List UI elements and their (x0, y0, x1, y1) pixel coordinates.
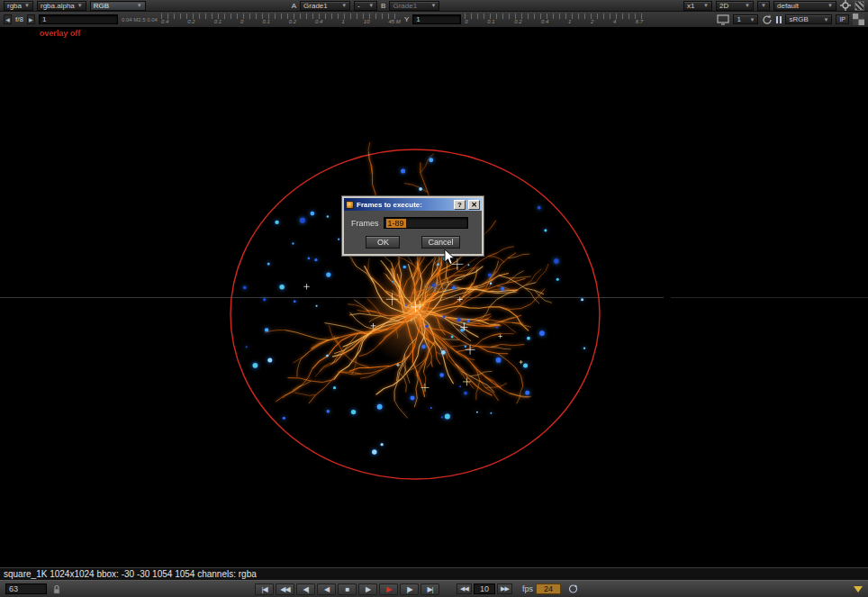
frames-to-execute-dialog: Frames to execute: ? ✕ Frames 1-89 OK Ca… (342, 196, 484, 256)
gamma-slider-labels: 0 0.1 0.2 0.4 1 2 4 6.7 (465, 19, 643, 25)
image-info-text: square_1K 1024x1024 bbox: -30 -30 1054 1… (4, 569, 257, 579)
display-mode-select[interactable]: RGB ▼ (90, 1, 146, 11)
gamma-label: Y (404, 15, 409, 23)
dialog-title: Frames to execute: (357, 201, 451, 209)
current-frame-input[interactable] (5, 583, 47, 594)
a-buffer-label: A (292, 2, 296, 10)
dimension-value: 2D (719, 2, 728, 10)
layout-value: default (777, 2, 799, 10)
display-select-value: RGB (94, 2, 109, 10)
gain-slider[interactable]: 0.4 0.2 0.1 0 0.1 0.2 0.4 1 10 45 M (161, 14, 401, 26)
frames-range-value: 1-89 (386, 219, 406, 228)
channel-select-value: rgba (7, 2, 22, 10)
dialog-body: Frames 1-89 OK Cancel (344, 211, 482, 254)
mouse-cursor (444, 249, 456, 266)
decrement-frames-button[interactable]: ◀◀ (457, 583, 472, 594)
status-bar: square_1K 1024x1024 bbox: -30 -30 1054 1… (0, 567, 868, 580)
increment-controls: ◀◀ ▶▶ (457, 583, 512, 594)
frame-increment-input[interactable] (474, 583, 495, 594)
tick-label: 0.2 (514, 19, 521, 25)
dialog-help-button[interactable]: ? (454, 200, 466, 210)
goto-last-frame-button[interactable]: ▶| (420, 583, 439, 595)
gamma-input[interactable]: 1 (412, 14, 461, 24)
tick-label: 1 (568, 19, 571, 25)
overlay-status-label: overlay off (40, 29, 81, 38)
chevron-down-icon: ▼ (749, 17, 755, 23)
frames-range-input[interactable]: 1-89 (384, 217, 468, 229)
loop-icon[interactable] (567, 583, 579, 594)
playback-controls: |◀ ◀◀ ◀| ◀ ■ ▶ ▶ |▶ ▶| (255, 583, 439, 595)
tick-label: 0.1 (487, 19, 494, 25)
fps-label: fps (522, 584, 533, 593)
dialog-app-icon (346, 201, 354, 209)
gamma-slider[interactable]: 0 0.1 0.2 0.4 1 2 4 6.7 (465, 14, 643, 26)
step-back-button[interactable]: ◀| (296, 583, 315, 595)
alpha-channel-select[interactable]: rgba.alpha ▼ (37, 1, 86, 11)
gain-slider-labels: 0.4 0.2 0.1 0 0.1 0.2 0.4 1 10 45 M (161, 19, 401, 25)
refresh-icon[interactable] (762, 14, 773, 25)
zoom-select[interactable]: x1 ▼ (683, 1, 712, 11)
tick-label: 4 (613, 19, 616, 25)
frames-field-label: Frames (351, 219, 379, 228)
cancel-button[interactable]: Cancel (421, 236, 459, 249)
panel-pullout-arrow-icon[interactable] (854, 586, 863, 592)
gain-value: 1 (42, 15, 46, 23)
view-dimension-select[interactable]: 2D ▼ (716, 1, 754, 11)
colorspace-value: sRGB (789, 15, 808, 23)
gain-readout: 0.04 M2.5 0.04 (122, 17, 158, 23)
tick-label: 0.2 (187, 19, 194, 25)
tick-label: 0 (240, 19, 243, 25)
monitor-number-select[interactable]: 1 ▼ (733, 14, 758, 24)
chevron-down-icon: ▼ (430, 3, 436, 8)
roi-stripes-icon[interactable] (854, 1, 864, 11)
goto-first-frame-button[interactable]: |◀ (255, 583, 274, 595)
step-forward-button[interactable]: |▶ (400, 583, 419, 595)
input-process-button[interactable]: IP (836, 14, 849, 24)
b-buffer-label: B (381, 2, 385, 10)
channel-select[interactable]: rgba ▼ (4, 1, 33, 11)
b-node-select[interactable]: Grade1 ▼ (389, 1, 439, 11)
stop-button[interactable]: ■ (338, 583, 357, 595)
fstop-decrease-button[interactable]: ◀ (4, 14, 12, 24)
chevron-down-icon: ▼ (703, 3, 709, 8)
render-play-button[interactable]: ▶ (379, 583, 398, 595)
gear-icon[interactable] (840, 0, 851, 11)
wipe-mode-select[interactable]: - ▼ (354, 1, 377, 11)
stereo-view-select[interactable]: ▼ (757, 1, 770, 11)
checkerboard-icon[interactable] (853, 14, 864, 25)
dialog-close-button[interactable]: ✕ (468, 200, 480, 210)
tick-label: 0 (465, 19, 467, 25)
increment-frames-button[interactable]: ▶▶ (497, 583, 512, 594)
a-node-select[interactable]: Grade1 ▼ (300, 1, 350, 11)
pause-icon[interactable] (776, 16, 782, 23)
chevron-down-icon: ▼ (745, 3, 750, 8)
tick-label: 1 (341, 19, 344, 25)
fps-input[interactable] (536, 583, 561, 594)
lock-icon[interactable] (52, 584, 61, 594)
fstop-label: f/8 (15, 15, 23, 23)
play-reverse-button[interactable]: ◀ (317, 583, 336, 595)
a-node-value: Grade1 (303, 2, 328, 10)
tick-label: 0.1 (214, 19, 222, 25)
tick-label: 0.4 (541, 19, 548, 25)
play-forward-button[interactable]: ▶ (358, 583, 377, 595)
layout-select[interactable]: default ▼ (773, 1, 836, 11)
ok-button[interactable]: OK (366, 236, 400, 249)
chevron-down-icon: ▼ (77, 3, 83, 8)
viewer-image (0, 28, 868, 567)
tick-label: 0.4 (315, 19, 322, 25)
prev-keyframe-button[interactable]: ◀◀ (276, 583, 294, 595)
frames-field-row: Frames 1-89 (351, 217, 475, 229)
tick-label: 2 (591, 19, 593, 25)
dialog-title-bar[interactable]: Frames to execute: ? ✕ (344, 198, 482, 211)
colorspace-select[interactable]: sRGB ▼ (785, 14, 832, 24)
tick-label: 0.2 (289, 19, 296, 25)
b-node-value: Grade1 (393, 2, 417, 10)
gain-input[interactable]: 1 (39, 14, 118, 24)
wipe-mode-value: - (357, 2, 360, 10)
chevron-down-icon: ▼ (823, 17, 828, 23)
chevron-down-icon: ▼ (137, 3, 142, 8)
fstop-increase-button[interactable]: ▶ (27, 14, 35, 24)
monitor-icon[interactable] (717, 14, 729, 25)
viewer-canvas-area[interactable]: overlay off RFB (0, 28, 868, 567)
